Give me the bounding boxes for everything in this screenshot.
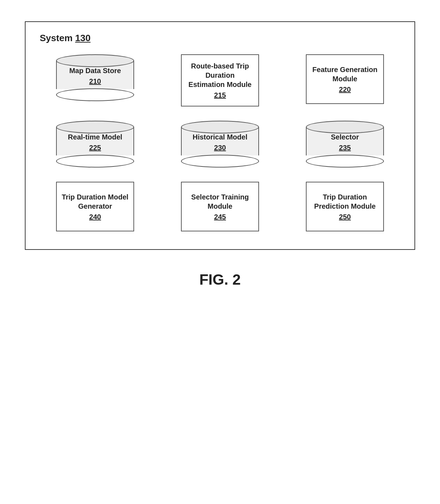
box-trip-gen: Trip Duration Model Generator 240 [56, 182, 134, 231]
box-selector-training: Selector Training Module 245 [181, 182, 259, 231]
feature-gen-label: Feature Generation Module [312, 65, 378, 83]
box-feature-gen: Feature Generation Module 220 [306, 54, 384, 104]
cell-trip-prediction: Trip Duration Prediction Module 250 [290, 182, 400, 231]
trip-gen-label: Trip Duration Model Generator [62, 192, 128, 211]
box-trip-prediction: Trip Duration Prediction Module 250 [306, 182, 384, 231]
trip-prediction-number: 250 [339, 213, 351, 221]
historical-model-label: Historical Model [185, 132, 255, 142]
cyl-bottom-realtime [56, 155, 134, 168]
system-label: System 130 [40, 33, 400, 44]
cell-historical-model: Historical Model 230 [165, 121, 275, 168]
cell-feature-gen: Feature Generation Module 220 [290, 54, 400, 106]
map-data-store-label: Map Data Store [60, 66, 130, 75]
system-number: 130 [75, 33, 90, 43]
feature-gen-number: 220 [339, 86, 351, 94]
cyl-top-realtime [56, 121, 134, 133]
cell-selector: Selector 235 [290, 121, 400, 168]
figure-label: FIG. 2 [199, 271, 241, 288]
historical-model-number: 230 [185, 144, 255, 152]
module-grid: Map Data Store 210 Route-based Trip Dura… [40, 54, 400, 231]
cyl-bottom-historical [181, 155, 259, 168]
trip-prediction-label: Trip Duration Prediction Module [312, 192, 378, 211]
cylinder-selector: Selector 235 [306, 121, 384, 168]
cylinder-realtime-model: Real-time Model 225 [56, 121, 134, 168]
cyl-top-historical [181, 121, 259, 133]
cylinder-historical-model: Historical Model 230 [181, 121, 259, 168]
cell-route-based: Route-based Trip Duration Estimation Mod… [165, 54, 275, 106]
route-based-number: 215 [214, 91, 226, 99]
cell-realtime-model: Real-time Model 225 [40, 121, 150, 168]
box-route-based: Route-based Trip Duration Estimation Mod… [181, 54, 259, 106]
cyl-top-selector [306, 121, 384, 133]
selector-training-label: Selector Training Module [187, 192, 253, 211]
system-container: System 130 Map Data Store 210 Route-base… [25, 21, 415, 250]
cylinder-map-data-store: Map Data Store 210 [56, 54, 134, 101]
cyl-bottom-selector [306, 155, 384, 168]
route-based-label: Route-based Trip Duration Estimation Mod… [187, 61, 253, 89]
map-data-store-number: 210 [60, 77, 130, 86]
selector-number: 235 [310, 144, 380, 152]
cyl-top-map [56, 54, 134, 67]
realtime-model-number: 225 [60, 144, 130, 152]
cell-map-data-store: Map Data Store 210 [40, 54, 150, 106]
selector-label: Selector [310, 132, 380, 142]
realtime-model-label: Real-time Model [60, 132, 130, 142]
selector-training-number: 245 [214, 213, 226, 221]
cyl-bottom-map [56, 88, 134, 101]
cell-trip-gen: Trip Duration Model Generator 240 [40, 182, 150, 231]
trip-gen-number: 240 [89, 213, 101, 221]
cell-selector-training: Selector Training Module 245 [165, 182, 275, 231]
